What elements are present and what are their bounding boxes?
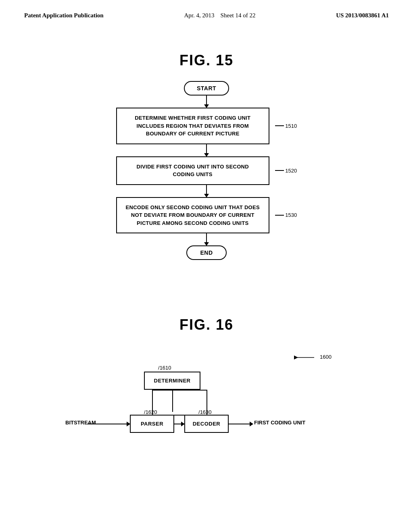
parser-to-decoder-arrow — [174, 424, 184, 424]
label-1630: /1630 — [198, 409, 212, 415]
step-1530-label: 1530 — [275, 212, 297, 218]
step-1530-text: ENCODE ONLY SECOND CODING UNIT THAT DOES… — [125, 204, 259, 226]
start-label: START — [197, 85, 216, 91]
first-coding-unit-text: FIRST CODING UNIT — [254, 420, 305, 426]
first-coding-unit-label: FIRST CODING UNIT — [254, 420, 305, 426]
step-1520-container: DIVIDE FIRST CODING UNIT INTO SECOND COD… — [116, 156, 297, 185]
date-text: Apr. 4, 2013 — [184, 12, 214, 19]
horiz-connector — [152, 415, 206, 416]
output-arrow — [229, 424, 253, 424]
fig16-diagram: 1600 /1610 DETERMINER /1620 PARSER — [65, 349, 348, 450]
fig16-arrow-svg — [294, 353, 318, 362]
arrow-4 — [206, 233, 207, 245]
determiner-box: DETERMINER — [144, 372, 200, 390]
main-content: FIG. 15 START DETERMINE WHETHER FIRST CO… — [0, 20, 413, 458]
bitstream-label: BITSTREAM — [65, 420, 96, 426]
bitstream-text: BITSTREAM — [65, 420, 96, 426]
publication-text: Patent Application Publication — [24, 12, 104, 19]
svg-marker-1 — [294, 355, 298, 360]
step-1510-box: DETERMINE WHETHER FIRST CODING UNIT INCL… — [116, 108, 269, 144]
fig16-area: FIG. 16 1600 /1610 DETERMINER — [24, 292, 389, 450]
vert-line-left — [152, 390, 153, 415]
label-1610: /1610 — [158, 365, 171, 371]
arrow-2 — [206, 144, 207, 156]
parser-label: PARSER — [141, 421, 163, 427]
step-1510-id: 1510 — [285, 123, 297, 129]
fig16-title: FIG. 16 — [179, 316, 234, 333]
fig15-flowchart: START DETERMINE WHETHER FIRST CODING UNI… — [102, 81, 311, 260]
decoder-box: DECODER — [184, 415, 229, 433]
vert-line-determiner — [172, 390, 173, 412]
step-1510-label: 1510 — [275, 123, 297, 129]
label-1620: /1620 — [144, 409, 157, 415]
fig16-1600-label: 1600 — [320, 354, 332, 360]
sheet-text: Sheet 14 of 22 — [220, 12, 255, 19]
horiz-top-connector — [152, 390, 206, 391]
end-oval: END — [186, 245, 227, 260]
id-1630-text: 1630 — [200, 409, 212, 415]
step-1520-label: 1520 — [275, 168, 297, 174]
step-1530-id: 1530 — [285, 212, 297, 218]
step-1510-container: DETERMINE WHETHER FIRST CODING UNIT INCL… — [116, 108, 297, 144]
start-oval: START — [184, 81, 229, 96]
id-1620-text: 1620 — [146, 409, 157, 415]
patent-number: US 2013/0083861 A1 — [336, 11, 389, 20]
decoder-label: DECODER — [193, 421, 221, 427]
determiner-label: DETERMINER — [154, 378, 191, 384]
step-1520-text: DIVIDE FIRST CODING UNIT INTO SECOND COD… — [136, 164, 249, 178]
step-1530-container: ENCODE ONLY SECOND CODING UNIT THAT DOES… — [116, 197, 297, 234]
arrow-1 — [206, 96, 207, 108]
patent-number-text: US 2013/0083861 A1 — [336, 12, 389, 19]
publication-label: Patent Application Publication — [24, 11, 104, 20]
arrow-3 — [206, 185, 207, 197]
step-1520-box: DIVIDE FIRST CODING UNIT INTO SECOND COD… — [116, 156, 269, 185]
end-label: END — [200, 249, 213, 256]
date-sheet-info: Apr. 4, 2013 Sheet 14 of 22 — [184, 11, 255, 20]
fig16-diagram-label: 1600 — [294, 353, 332, 362]
fig15-title: FIG. 15 — [179, 52, 234, 69]
step-1520-id: 1520 — [285, 168, 297, 174]
vert-line-right — [206, 390, 207, 415]
parser-box: PARSER — [130, 415, 174, 433]
step-1530-box: ENCODE ONLY SECOND CODING UNIT THAT DOES… — [116, 197, 269, 234]
step-1510-text: DETERMINE WHETHER FIRST CODING UNIT INCL… — [135, 115, 250, 137]
id-1610-text: 1610 — [160, 365, 171, 371]
page-header: Patent Application Publication Apr. 4, 2… — [0, 0, 413, 20]
